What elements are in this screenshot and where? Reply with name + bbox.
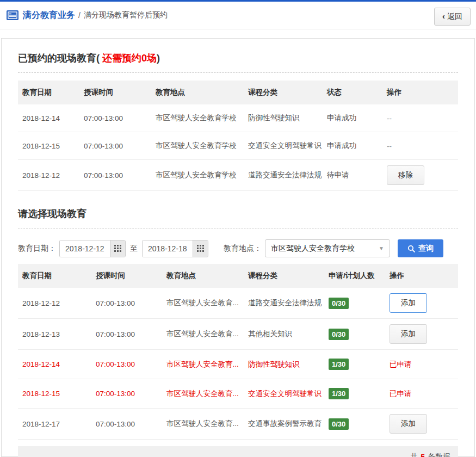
- breadcrumb-page-title: 满分现场教育暂停后预约: [84, 10, 168, 20]
- cell-course: 道路交通安全法律法规: [244, 160, 323, 191]
- booked-table-row: 2018-12-15 07:00-13:00 市区驾驶人安全教育学校 交通安全文…: [18, 132, 458, 160]
- booked-title-prefix: 已预约的现场教育(: [18, 53, 100, 64]
- cell-course: 道路交通安全法律法规: [244, 288, 324, 319]
- cell-time: 07:00-13:00: [79, 160, 151, 191]
- cell-time: 07:00-13:00: [79, 132, 151, 160]
- add-button[interactable]: 添加: [390, 324, 427, 344]
- date-from-field: [59, 240, 126, 257]
- date-filter-label: 教育日期：: [18, 244, 56, 254]
- query-button[interactable]: 查询: [398, 239, 443, 257]
- cell-place: 市区驾驶人安全教育学校: [151, 160, 244, 191]
- cell-date: 2018-12-17: [18, 409, 91, 440]
- filter-bar: 教育日期： 至: [18, 239, 458, 257]
- cell-action-none: --: [382, 132, 458, 160]
- cell-place: 市区驾驶人安全教育...: [162, 409, 244, 440]
- cell-place: 市区驾驶人安全教育学校: [151, 132, 244, 160]
- cell-status: 申请成功: [323, 104, 382, 132]
- booked-table-header-row: 教育日期 授课时间 教育地点 课程分类 状态 操作: [18, 81, 458, 104]
- menu-list-icon: [7, 10, 18, 20]
- cell-time: 07:00-13:00: [91, 409, 162, 440]
- cell-course: 其他相关知识: [244, 319, 324, 350]
- calendar-icon[interactable]: [193, 240, 208, 257]
- cell-date: 2018-12-12: [18, 160, 79, 191]
- date-from-input[interactable]: [60, 240, 110, 257]
- cell-time: 07:00-13:00: [91, 350, 162, 379]
- search-icon: [407, 245, 415, 252]
- cell-date: 2018-12-14: [18, 104, 79, 132]
- col-header-course: 课程分类: [244, 81, 323, 104]
- count-value: 5: [421, 453, 425, 457]
- place-filter-label: 教育地点：: [224, 244, 262, 254]
- cell-action-none: --: [382, 104, 458, 132]
- date-to-input[interactable]: [143, 240, 193, 257]
- cell-quota: 0/30: [324, 319, 385, 350]
- available-table-row-applied: 2018-12-14 07:00-13:00 市区驾驶人安全教育... 防御性驾…: [18, 350, 458, 379]
- add-button[interactable]: 添加: [390, 293, 427, 313]
- quota-badge: 0/30: [329, 329, 349, 340]
- cell-place: 市区驾驶人安全教育...: [162, 319, 244, 350]
- col-header-course: 课程分类: [244, 264, 324, 288]
- date-range-separator: 至: [130, 244, 138, 254]
- cell-quota: 1/30: [324, 379, 385, 409]
- cell-action: 添加: [385, 319, 458, 350]
- quota-badge: 0/30: [329, 418, 349, 430]
- cell-action: 添加: [385, 288, 458, 319]
- col-header-quota: 申请/计划人数: [324, 264, 385, 288]
- cell-status: 申请成功: [323, 132, 382, 160]
- applied-status-text: 已申请: [390, 390, 412, 398]
- booked-table-row: 2018-12-12 07:00-13:00 市区驾驶人安全教育学校 道路交通安…: [18, 160, 458, 191]
- col-header-time: 授课时间: [91, 264, 162, 288]
- count-suffix: 条数据: [428, 452, 450, 457]
- quota-badge: 1/30: [329, 359, 349, 370]
- back-chevron-icon: ‹: [442, 11, 445, 21]
- booked-title-highlight: 还需预约0场: [100, 53, 157, 64]
- booked-table-row: 2018-12-14 07:00-13:00 市区驾驶人安全教育学校 防御性驾驶…: [18, 104, 458, 132]
- cell-time: 07:00-13:00: [91, 288, 162, 319]
- col-header-status: 状态: [323, 81, 382, 104]
- available-table-row: 2018-12-13 07:00-13:00 市区驾驶人安全教育... 其他相关…: [18, 319, 458, 350]
- cell-action: 已申请: [385, 379, 458, 409]
- cell-time: 07:00-13:00: [91, 379, 162, 409]
- quota-badge: 0/30: [329, 298, 349, 309]
- cell-action: 添加: [385, 409, 458, 440]
- applied-status-text: 已申请: [390, 360, 412, 368]
- cell-place: 市区驾驶人安全教育...: [162, 379, 244, 409]
- calendar-icon[interactable]: [110, 240, 125, 257]
- cell-date: 2018-12-13: [18, 319, 91, 350]
- count-prefix: 共: [410, 452, 418, 457]
- back-button-label: 返回: [447, 12, 462, 21]
- available-table-row-applied: 2018-12-15 07:00-13:00 市区驾驶人安全教育... 交通安全…: [18, 379, 458, 409]
- cell-place: 市区驾驶人安全教育学校: [151, 104, 244, 132]
- cell-quota: 0/30: [324, 288, 385, 319]
- add-button[interactable]: 添加: [390, 414, 427, 434]
- place-select-value: 市区驾驶人安全教育学校: [271, 244, 379, 254]
- cell-date: 2018-12-14: [18, 350, 91, 379]
- cell-place: 市区驾驶人安全教育...: [162, 350, 244, 379]
- cell-date: 2018-12-15: [18, 379, 91, 409]
- cell-course: 交通安全文明驾驶常识: [244, 132, 323, 160]
- cell-quota: 0/30: [324, 409, 385, 440]
- cell-course: 防御性驾驶知识: [244, 350, 324, 379]
- col-header-place: 教育地点: [162, 264, 244, 288]
- col-header-date: 教育日期: [18, 264, 91, 288]
- back-button[interactable]: ‹返回: [434, 8, 471, 26]
- col-header-action: 操作: [382, 81, 458, 104]
- available-table-row: 2018-12-17 07:00-13:00 市区驾驶人安全教育... 交通事故…: [18, 409, 458, 440]
- available-table: 教育日期 授课时间 教育地点 课程分类 申请/计划人数 操作 2018-12-1…: [18, 264, 458, 440]
- available-table-header-row: 教育日期 授课时间 教育地点 课程分类 申请/计划人数 操作: [18, 264, 458, 288]
- top-header-bar: 满分教育业务 / 满分现场教育暂停后预约 ‹返回: [0, 0, 476, 29]
- select-section-title: 请选择现场教育: [18, 207, 458, 228]
- remove-button[interactable]: 移除: [387, 165, 424, 185]
- breadcrumb-separator: /: [78, 11, 81, 20]
- cell-place: 市区驾驶人安全教育...: [162, 288, 244, 319]
- main-card: 已预约的现场教育( 还需预约0场) 教育日期 授课时间 教育地点 课程分类 状态…: [1, 38, 475, 457]
- app-title: 满分教育业务: [23, 10, 75, 21]
- place-select[interactable]: 市区驾驶人安全教育学校 ▼: [265, 239, 390, 257]
- cell-time: 07:00-13:00: [91, 319, 162, 350]
- col-header-date: 教育日期: [18, 81, 79, 104]
- cell-action: 移除: [382, 160, 458, 191]
- cell-date: 2018-12-12: [18, 288, 91, 319]
- cell-course: 交通安全文明驾驶常识: [244, 379, 324, 409]
- query-button-label: 查询: [418, 244, 434, 254]
- booked-section-title: 已预约的现场教育( 还需预约0场): [18, 52, 458, 73]
